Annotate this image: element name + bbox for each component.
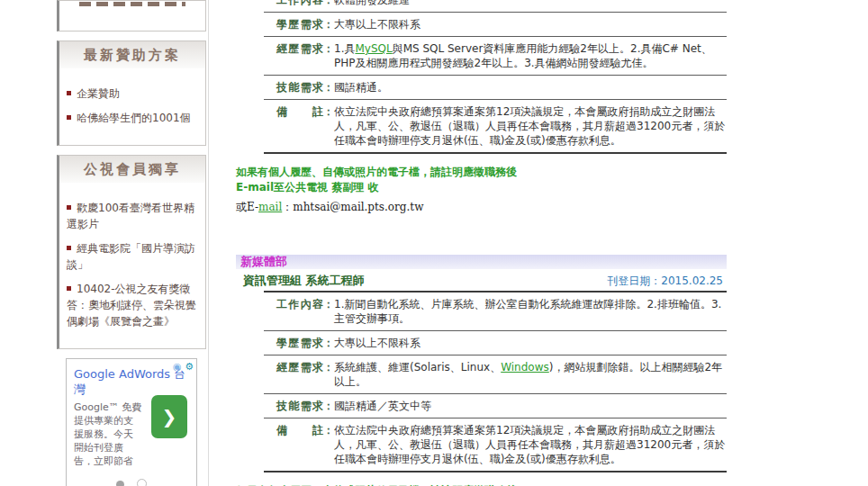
label-colon: ：: [323, 423, 334, 466]
carousel-dot[interactable]: [137, 479, 147, 486]
bullet-icon: [67, 91, 71, 95]
label-colon: ：: [323, 399, 334, 413]
sponsor-section-body: 企業贊助 哈佛給學生們的1001個: [59, 68, 205, 145]
field-value: 1.具MySQL與MS SQL Server資料庫應用能力經驗2年以上。2.具備…: [334, 41, 727, 70]
job-title-row: 資訊管理組 系統工程師 刊登日期：2015.02.25: [236, 269, 727, 291]
sidebar-item-label: 10402-公視之友有獎徵答：奧地利謎停、雲朵視覺偶劇場《展覽會之畫》: [67, 283, 196, 328]
field-value: 1.新聞自動化系統、片庫系統、辦公室自動化系統維運故障排除。2.排班輪值。3.主…: [334, 297, 727, 326]
job-table-2: 工作內容： 1.新聞自動化系統、片庫系統、辦公室自動化系統維運故障排除。2.排班…: [264, 291, 727, 472]
label-colon: ：: [323, 336, 334, 350]
contact-line2: E-mail至公共電視 蔡副理 收: [236, 180, 727, 195]
exp-text: 1.具: [334, 42, 355, 55]
field-label: 學歷需求: [276, 17, 323, 32]
row-education: 學歷需求： 大專以上不限科系: [264, 13, 727, 37]
sponsor-section-title: 最新贊助方案: [59, 41, 205, 68]
email-address: ：mhtsai@mail.pts.org.tw: [282, 201, 423, 213]
adchoices-icon[interactable]: ◉: [173, 361, 182, 373]
row-work-content: 工作內容： 1.新聞自動化系統、片庫系統、辦公室自動化系統維運故障排除。2.排班…: [264, 292, 727, 331]
label-colon: ：: [323, 0, 334, 7]
bullet-icon: [67, 205, 71, 210]
label-colon: ：: [323, 104, 334, 148]
sidebar-item-cinema[interactable]: 經典電影院「國片導演訪談」: [67, 240, 198, 273]
job-title: 資訊管理組 系統工程師: [243, 273, 365, 289]
field-label: 經歷需求: [276, 360, 323, 389]
label-colon: ：: [323, 360, 334, 389]
field-value: 國語精通。: [334, 80, 727, 94]
sidebar-box-clipped: [57, 0, 206, 32]
field-value: 依立法院中央政府總預算案通案第12項決議規定，本會屬政府捐助成立之財團法人，凡軍…: [334, 423, 727, 466]
row-note: 備 註： 依立法院中央政府總預算案通案第12項決議規定，本會屬政府捐助成立之財團…: [264, 100, 727, 154]
label-colon: ：: [323, 17, 334, 32]
contact-line1: 如果有個人履歷、自傳或照片的電子檔，請註明應徵職務後: [236, 165, 727, 180]
bullet-icon: [67, 115, 71, 120]
sidebar-item-100-films[interactable]: 歡慶100看臺灣看世界精選影片: [67, 200, 198, 232]
sidebar-box-sponsor: 最新贊助方案 企業贊助 哈佛給學生們的1001個: [57, 40, 206, 146]
row-education: 學歷需求： 大專以上不限科系: [264, 331, 727, 356]
field-value: 國語精通／英文中等: [334, 399, 727, 413]
mail-link[interactable]: mail: [258, 201, 282, 213]
field-value: 系統維護、維運(Solaris、Linux、Windows)，網站規劃除錯。以上…: [334, 360, 727, 389]
email-prefix: 或E-: [236, 201, 258, 213]
label-colon: ：: [323, 297, 334, 326]
column-divider: [208, 0, 209, 486]
field-label: 技能需求: [276, 399, 323, 413]
sidebar-item-1001[interactable]: 哈佛給學生們的1001個: [67, 110, 198, 126]
row-skill: 技能需求： 國語精通。: [264, 76, 727, 100]
label-colon: ：: [323, 41, 334, 70]
publish-date: 刊登日期：2015.02.25: [607, 274, 727, 289]
field-label: 備 註: [276, 423, 323, 466]
field-value: 大專以上不限科系: [334, 17, 727, 32]
department-header: 新媒體部: [236, 255, 727, 269]
row-skill: 技能需求： 國語精通／英文中等: [264, 394, 727, 418]
row-experience: 經歷需求： 系統維護、維運(Solaris、Linux、Windows)，網站規…: [264, 356, 727, 394]
sidebar-box-member: 公視會員獨享 歡慶100看臺灣看世界精選影片 經典電影院「國片導演訪談」 104…: [57, 155, 206, 349]
sidebar-item-corporate-sponsor[interactable]: 企業贊助: [67, 86, 198, 102]
label-colon: ：: [323, 80, 334, 94]
row-note: 備 註： 依立法院中央政府總預算案通案第12項決議規定，本會屬政府捐助成立之財團…: [264, 418, 727, 472]
carousel-dot-active[interactable]: [116, 481, 124, 486]
sidebar-item-label: 企業贊助: [77, 87, 120, 100]
field-label: 經歷需求: [276, 41, 323, 70]
sidebar-item-label: 哈佛給學生們的1001個: [77, 112, 191, 124]
contact-block-1: 如果有個人履歷、自傳或照片的電子檔，請註明應徵職務後 E-mail至公共電視 蔡…: [236, 165, 727, 215]
google-ad: ◉ ⚙ Google AdWords 台灣 Google™ 免費提供專業的支援服…: [66, 358, 197, 486]
exp-text: 系統維護、維運(Solaris、Linux、: [334, 361, 501, 374]
field-value: 軟體開發及維運: [334, 0, 727, 7]
row-experience: 經歷需求： 1.具MySQL與MS SQL Server資料庫應用能力經驗2年以…: [264, 37, 727, 76]
bullet-icon: [67, 246, 71, 250]
member-section-title: 公視會員獨享: [59, 156, 205, 183]
ad-title-link[interactable]: Google AdWords 台灣: [74, 366, 189, 397]
sidebar-item-label: 歡慶100看臺灣看世界精選影片: [67, 202, 194, 230]
member-section-body: 歡慶100看臺灣看世界精選影片 經典電影院「國片導演訪談」 10402-公視之友…: [59, 183, 205, 348]
field-label: 學歷需求: [276, 336, 323, 350]
job-listings: 工作內容： 軟體開發及維運 學歷需求： 大專以上不限科系 經歷需求： 1.具My…: [236, 0, 727, 486]
field-label: 工作內容: [276, 297, 323, 326]
ad-carousel-dots: [74, 475, 189, 486]
gear-icon[interactable]: ⚙: [185, 361, 194, 373]
job-table-1: 工作內容： 軟體開發及維運 學歷需求： 大專以上不限科系 經歷需求： 1.具My…: [264, 0, 727, 154]
ad-choice-icons: ◉ ⚙: [173, 362, 194, 372]
row-work-content: 工作內容： 軟體開發及維運: [264, 0, 727, 13]
sidebar: 最新贊助方案 企業贊助 哈佛給學生們的1001個 公視會員獨享 歡慶100看臺灣…: [57, 0, 206, 486]
field-label: 工作內容: [276, 0, 323, 7]
sidebar-item-quiz[interactable]: 10402-公視之友有獎徵答：奧地利謎停、雲朵視覺偶劇場《展覽會之畫》: [67, 281, 198, 329]
windows-link[interactable]: Windows: [501, 361, 549, 374]
ad-body-text: Google™ 免費提供專業的支援服務。今天開始刊登廣告，立即節省: [74, 400, 142, 468]
sidebar-item-label: 經典電影院「國片導演訪談」: [67, 242, 195, 271]
field-label: 技能需求: [276, 80, 323, 94]
field-value: 大專以上不限科系: [334, 336, 727, 350]
mysql-link[interactable]: MySQL: [355, 42, 392, 55]
field-label: 備 註: [276, 104, 323, 148]
field-value: 依立法院中央政府總預算案通案第12項決議規定，本會屬政府捐助成立之財團法人，凡軍…: [334, 104, 727, 148]
clipped-heading: [79, 2, 185, 6]
ad-next-button[interactable]: ❯: [151, 395, 187, 438]
bullet-icon: [67, 286, 71, 291]
contact-email-line: 或E-mail：mhtsai@mail.pts.org.tw: [236, 200, 727, 215]
